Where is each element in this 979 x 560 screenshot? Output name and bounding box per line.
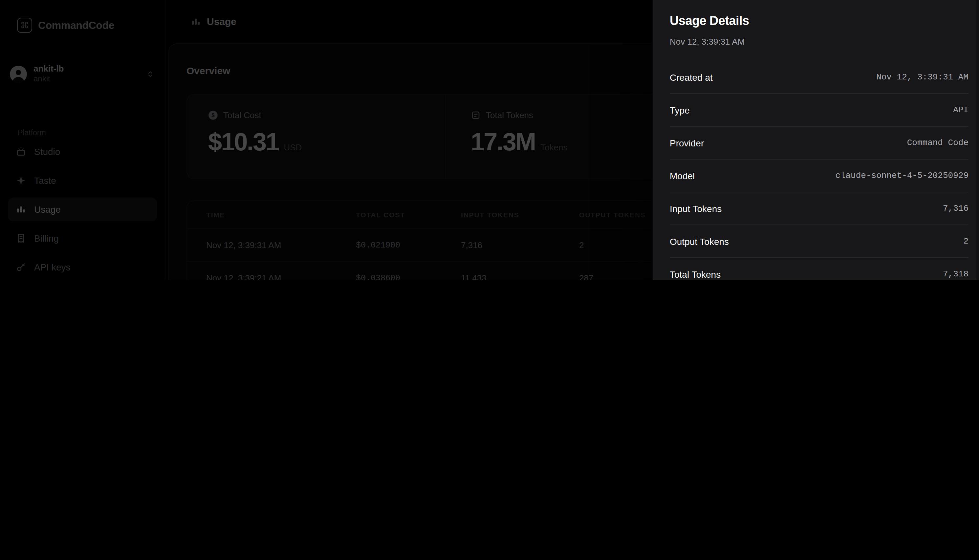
field-label: Type: [670, 105, 690, 115]
field-label: Input Tokens: [670, 203, 722, 214]
field-output-tokens: Output Tokens 2: [670, 225, 969, 258]
field-value: Nov 12, 3:39:31 AM: [876, 72, 969, 82]
field-model: Model claude-sonnet-4-5-20250929: [670, 160, 969, 192]
panel-title: Usage Details: [670, 0, 969, 28]
field-total-tokens: Total Tokens 7,318: [670, 258, 969, 280]
field-label: Model: [670, 170, 695, 181]
field-value: Command Code: [907, 138, 969, 148]
field-value: claude-sonnet-4-5-20250929: [835, 171, 969, 180]
field-label: Output Tokens: [670, 236, 729, 247]
field-label: Total Tokens: [670, 269, 720, 279]
app-window: ⌘ CommandCode ankit-lb ankit Platform: [0, 0, 979, 280]
field-created-at: Created at Nov 12, 3:39:31 AM: [670, 61, 969, 94]
field-value: 7,316: [943, 203, 969, 213]
field-provider: Provider Command Code: [670, 127, 969, 160]
field-value: API: [953, 105, 969, 115]
field-value: 7,318: [943, 269, 969, 279]
usage-details-panel: Usage Details Nov 12, 3:39:31 AM Created…: [653, 0, 979, 280]
field-type: Type API: [670, 94, 969, 127]
field-input-tokens: Input Tokens 7,316: [670, 192, 969, 225]
panel-fields: Created at Nov 12, 3:39:31 AM Type API P…: [670, 61, 969, 280]
window-edge-scrollbar[interactable]: [976, 0, 979, 280]
panel-subtitle: Nov 12, 3:39:31 AM: [670, 37, 969, 47]
field-label: Provider: [670, 138, 704, 148]
field-value: 2: [963, 236, 969, 246]
field-label: Created at: [670, 72, 713, 82]
